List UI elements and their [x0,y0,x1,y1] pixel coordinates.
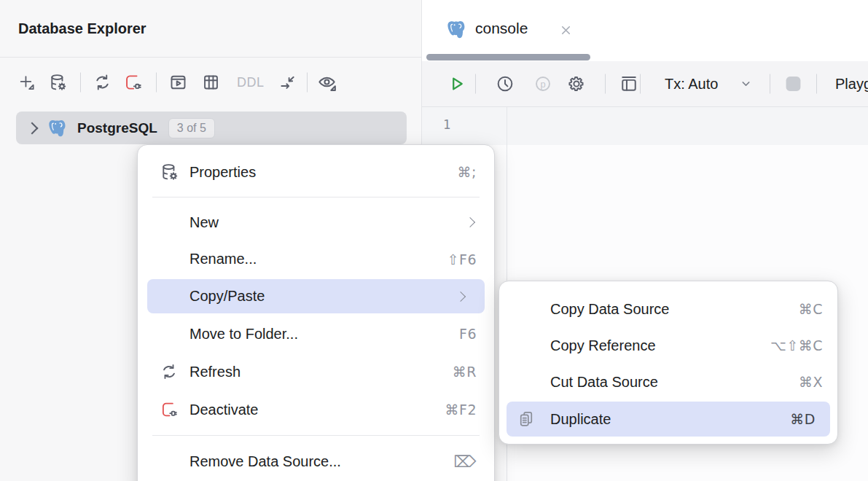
context-menu: Properties ⌘; New Rename... ⇧F6 Copy/Pas… [137,144,495,481]
editor-layout-icon [619,74,639,94]
close-icon [559,23,573,37]
tree-item-postgresql[interactable]: PostgreSQL 3 of 5 [16,112,407,144]
menu-item-move-to-folder[interactable]: Move to Folder... F6 [138,315,494,353]
jump-arrow-icon [278,73,297,93]
toolbar-divider [475,74,476,94]
new-datasource-button[interactable] [17,74,36,92]
submenu-arrow-icon [455,291,466,301]
menu-item-copy-reference[interactable]: Copy Reference ⌥⇧⌘C [499,327,837,364]
postgresql-icon [446,19,466,39]
refresh-icon [93,73,112,93]
menu-item-label: Copy Reference [550,337,770,354]
toolbar-divider [307,73,308,93]
menu-item-deactivate[interactable]: Deactivate ⌘F2 [138,391,494,429]
toolbar-divider [80,73,81,93]
toolbar-divider [640,74,641,94]
editor-current-line [422,107,868,145]
menu-item-label: Copy/Paste [189,288,457,305]
console-play-icon [168,73,188,93]
menu-item-label: Move to Folder... [189,326,459,343]
p-circle-icon: p [533,74,553,94]
menu-item-label: Rename... [189,251,447,267]
menu-item-remove-data-source[interactable]: Remove Data Source... ⌦ [138,442,494,480]
menu-separator [152,435,480,436]
svg-text:p: p [540,79,545,90]
table-icon [201,73,221,93]
menu-item-properties[interactable]: Properties ⌘; [138,154,494,190]
query-console-button[interactable] [168,73,188,93]
datasource-properties-button[interactable] [48,73,68,93]
submenu-arrow-icon [465,217,475,227]
menu-shortcut: F6 [459,326,477,342]
menu-shortcut: ⌘; [458,164,477,180]
toolbar-divider [156,73,157,93]
menu-item-label: Remove Data Source... [189,453,453,470]
playground-mode-button[interactable]: p [533,74,553,94]
menu-item-duplicate[interactable]: Duplicate ⌘D [507,402,830,437]
clock-icon [495,74,515,94]
settings-button[interactable] [566,74,587,94]
disconnect-icon [123,73,143,93]
chevron-down-icon[interactable] [740,78,752,90]
line-number: 1 [443,117,450,132]
menu-shortcut: ⌘F2 [445,402,477,418]
gear-icon [566,74,587,94]
menu-shortcut: ⌘C [799,301,823,317]
toolbar-divider [816,74,817,94]
menu-shortcut: ⌥⇧⌘C [770,337,823,353]
menu-shortcut: ⌘R [453,364,477,380]
tx-mode-dropdown[interactable]: Tx: Auto [665,76,718,93]
menu-item-label: New [189,214,466,231]
menu-item-cut-data-source[interactable]: Cut Data Source ⌘X [499,364,837,400]
postgresql-icon [47,118,67,138]
tab-console[interactable] [446,19,466,39]
console-toolbar: p Tx: Auto [422,61,868,107]
database-ide-window: Database Explorer [0,0,868,481]
copy-paste-submenu: Copy Data Source ⌘C Copy Reference ⌥⇧⌘C … [498,281,838,445]
refresh-icon [160,362,179,381]
connection-count-badge: 3 of 5 [168,118,215,138]
panel-title: Database Explorer [18,20,146,37]
menu-item-label: Deactivate [189,402,445,418]
disconnect-icon [160,400,179,419]
view-options-button[interactable] [316,72,337,93]
run-button[interactable] [447,74,466,94]
run-icon [447,74,466,94]
database-settings-icon [160,163,179,182]
tab-title[interactable]: console [475,20,528,37]
editor-tab-bar: console [422,0,868,61]
menu-item-refresh[interactable]: Refresh ⌘R [138,353,494,391]
menu-shortcut-delete-icon: ⌦ [453,453,477,471]
menu-item-copy-data-source[interactable]: Copy Data Source ⌘C [499,291,837,327]
menu-item-new[interactable]: New [138,204,494,240]
active-tab-indicator [426,54,590,60]
menu-separator [152,197,480,198]
menu-item-label: Cut Data Source [550,374,799,391]
navigate-to-ddl-button[interactable] [278,73,297,93]
menu-item-label: Duplicate [550,411,790,428]
in-editor-results-toggle[interactable] [619,74,639,94]
toolbar-divider [605,74,606,94]
chevron-right-icon[interactable] [26,122,39,134]
refresh-button[interactable] [93,73,112,93]
menu-item-label: Refresh [189,364,453,380]
stop-button[interactable] [784,75,802,93]
open-table-button[interactable] [201,73,221,93]
menu-item-rename[interactable]: Rename... ⇧F6 [138,240,494,278]
database-explorer-toolbar: DDL [0,58,421,107]
toolbar-divider [770,74,770,94]
duplicate-icon [517,410,536,429]
disconnect-button[interactable] [123,73,143,93]
menu-item-copy-paste[interactable]: Copy/Paste [147,279,485,313]
tab-close-button[interactable] [559,23,573,37]
eye-icon [316,72,337,93]
menu-shortcut: ⇧F6 [447,251,477,267]
plus-icon [17,74,36,92]
playground-label[interactable]: Playground [835,76,868,93]
ddl-button[interactable]: DDL [237,75,265,90]
history-button[interactable] [495,74,515,94]
tree-item-label: PostgreSQL [77,120,157,136]
menu-shortcut: ⌘D [790,411,816,427]
menu-item-label: Properties [189,164,458,181]
menu-shortcut: ⌘X [799,374,823,390]
